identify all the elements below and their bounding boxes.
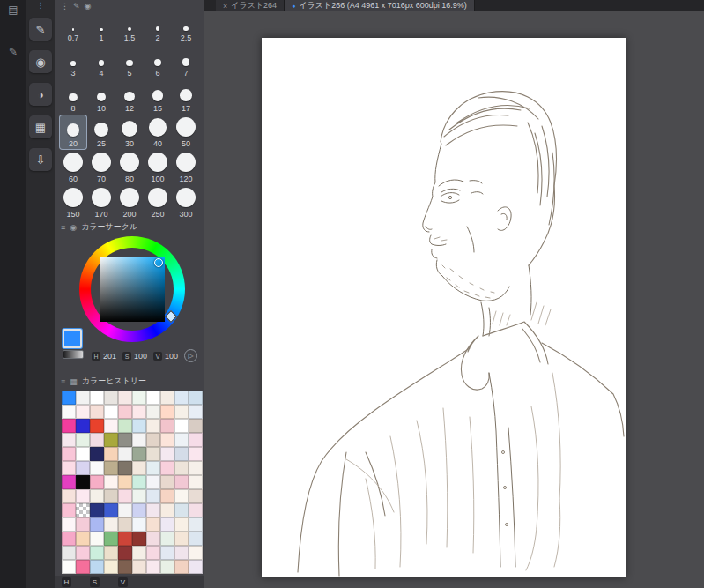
history-swatch[interactable] <box>174 447 189 461</box>
history-swatch[interactable] <box>146 517 160 532</box>
history-swatch[interactable] <box>90 532 104 546</box>
brush-size-80[interactable]: 80 <box>115 150 144 185</box>
history-swatch[interactable] <box>146 532 160 546</box>
history-swatch[interactable] <box>160 447 174 461</box>
brush-size-40[interactable]: 40 <box>144 115 172 150</box>
history-swatch[interactable] <box>160 560 174 574</box>
history-swatch[interactable] <box>174 546 189 560</box>
history-swatch[interactable] <box>118 517 132 532</box>
tab-close-icon[interactable]: × <box>223 2 227 11</box>
history-swatch[interactable] <box>62 391 76 405</box>
history-swatch[interactable] <box>90 560 104 574</box>
frame-tool-button[interactable]: ▦ <box>29 115 52 138</box>
history-swatch[interactable] <box>189 405 203 419</box>
brush-size-6[interactable]: 6 <box>144 44 172 79</box>
brush-size-150[interactable]: 150 <box>59 185 87 220</box>
history-swatch[interactable] <box>174 532 189 546</box>
import-tool-button[interactable]: ⇩ <box>29 148 52 171</box>
history-swatch[interactable] <box>146 503 160 517</box>
history-swatch[interactable] <box>132 405 146 419</box>
history-swatch[interactable] <box>146 405 160 419</box>
pen-tool-button[interactable]: ✎ <box>29 18 52 41</box>
history-swatch[interactable] <box>118 461 132 475</box>
history-swatch[interactable] <box>189 475 203 489</box>
sketch-drawing[interactable] <box>262 38 626 577</box>
history-swatch[interactable] <box>189 489 203 503</box>
v-slider-button[interactable]: V <box>118 577 128 587</box>
history-swatch[interactable] <box>146 461 160 475</box>
history-swatch[interactable] <box>76 503 90 517</box>
history-swatch[interactable] <box>104 461 118 475</box>
history-swatch[interactable] <box>76 447 90 461</box>
brush-size-5[interactable]: 5 <box>115 44 144 79</box>
history-swatch[interactable] <box>132 489 146 503</box>
history-swatch[interactable] <box>90 546 104 560</box>
history-swatch[interactable] <box>90 517 104 532</box>
history-swatch[interactable] <box>76 517 90 532</box>
history-swatch[interactable] <box>160 517 174 532</box>
history-swatch[interactable] <box>146 419 160 433</box>
history-swatch[interactable] <box>132 475 146 489</box>
brush-size-300[interactable]: 300 <box>172 185 200 220</box>
history-swatch[interactable] <box>90 503 104 517</box>
history-swatch[interactable] <box>146 433 160 447</box>
history-swatch[interactable] <box>132 461 146 475</box>
history-swatch[interactable] <box>104 433 118 447</box>
history-swatch[interactable] <box>90 475 104 489</box>
hue-wheel[interactable] <box>79 236 185 342</box>
history-swatch[interactable] <box>189 433 203 447</box>
history-swatch[interactable] <box>76 433 90 447</box>
history-swatch[interactable] <box>76 489 90 503</box>
history-swatch[interactable] <box>132 433 146 447</box>
history-swatch[interactable] <box>132 391 146 405</box>
history-swatch[interactable] <box>189 461 203 475</box>
history-swatch[interactable] <box>132 447 146 461</box>
brush-size-2.5[interactable]: 2.5 <box>172 9 200 44</box>
history-swatch[interactable] <box>118 560 132 574</box>
history-swatch[interactable] <box>62 503 76 517</box>
canvas-tab[interactable]: ×イラスト264 <box>216 0 285 11</box>
history-swatch[interactable] <box>62 433 76 447</box>
drawing-canvas[interactable] <box>262 38 626 577</box>
brush-size-15[interactable]: 15 <box>144 79 172 115</box>
brush-size-60[interactable]: 60 <box>59 150 87 185</box>
history-swatch[interactable] <box>189 546 203 560</box>
history-swatch[interactable] <box>146 391 160 405</box>
history-swatch[interactable] <box>189 503 203 517</box>
history-swatch[interactable] <box>146 475 160 489</box>
history-swatch[interactable] <box>118 546 132 560</box>
history-swatch[interactable] <box>76 532 90 546</box>
history-swatch[interactable] <box>160 391 174 405</box>
history-swatch[interactable] <box>132 560 146 574</box>
pen-settings-icon[interactable]: ✎ <box>0 46 26 58</box>
history-swatch[interactable] <box>174 405 189 419</box>
brush-size-200[interactable]: 200 <box>115 185 144 220</box>
history-swatch[interactable] <box>189 532 203 546</box>
history-swatch[interactable] <box>62 532 76 546</box>
sv-marker[interactable] <box>154 258 163 267</box>
history-swatch[interactable] <box>62 546 76 560</box>
history-swatch[interactable] <box>146 447 160 461</box>
history-swatch[interactable] <box>90 419 104 433</box>
history-swatch[interactable] <box>118 475 132 489</box>
history-swatch[interactable] <box>90 461 104 475</box>
brush-size-30[interactable]: 30 <box>115 115 144 150</box>
history-swatch[interactable] <box>104 546 118 560</box>
history-swatch[interactable] <box>62 461 76 475</box>
h-slider-button[interactable]: H <box>62 577 71 587</box>
brush-size-100[interactable]: 100 <box>144 150 172 185</box>
history-swatch[interactable] <box>146 489 160 503</box>
brush-size-250[interactable]: 250 <box>144 185 172 220</box>
color-slider-toggle[interactable]: ▷ <box>184 349 197 362</box>
history-swatch[interactable] <box>76 461 90 475</box>
history-swatch[interactable] <box>132 517 146 532</box>
history-swatch[interactable] <box>174 560 189 574</box>
history-swatch[interactable] <box>174 391 189 405</box>
history-swatch[interactable] <box>160 419 174 433</box>
history-swatch[interactable] <box>189 560 203 574</box>
history-swatch[interactable] <box>62 419 76 433</box>
brush-size-50[interactable]: 50 <box>172 115 200 150</box>
brush-size-70[interactable]: 70 <box>87 150 115 185</box>
history-swatch[interactable] <box>160 503 174 517</box>
history-swatch[interactable] <box>174 461 189 475</box>
